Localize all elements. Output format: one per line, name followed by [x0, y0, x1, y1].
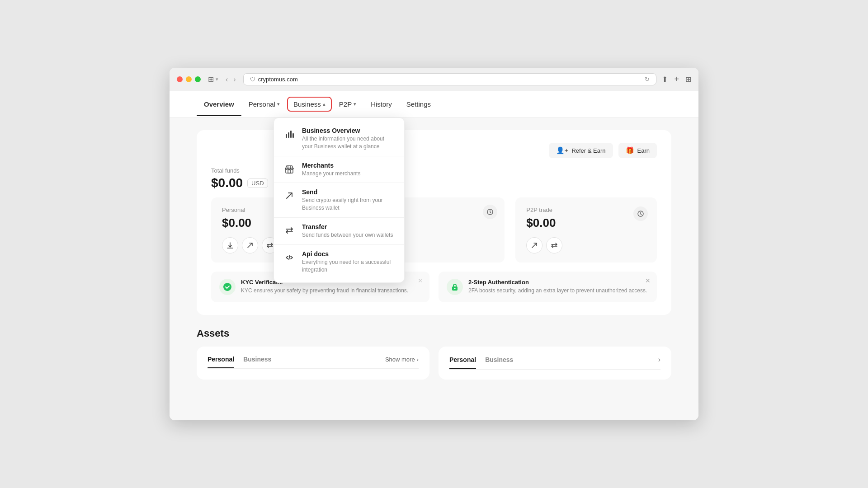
browser-chrome: ⊞ ▾ ‹ › 🛡 cryptomus.com ↻ ⬆ + ⊞	[170, 68, 698, 91]
assets-grid: Personal Business Show more ›	[197, 347, 671, 380]
assets-right-arrow-icon[interactable]: ›	[658, 356, 660, 364]
p2p-history-button[interactable]	[633, 206, 648, 221]
url-text: cryptomus.com	[258, 76, 298, 83]
p2p-wallet-label: P2P trade	[526, 206, 646, 213]
security-icon: 🛡	[250, 76, 255, 83]
transfer-desc: Send funds between your own wallets	[302, 231, 393, 239]
business-history-button[interactable]	[483, 205, 497, 219]
dropdown-item-send[interactable]: Send Send crypto easily right from your …	[274, 183, 404, 217]
page-content: Overview Personal ▾ Business ▴ P2P ▾ His…	[170, 91, 698, 420]
business-overview-title: Business Overview	[302, 127, 395, 134]
sidebar-toggle[interactable]: ⊞ ▾	[208, 75, 218, 84]
svg-point-10	[454, 288, 456, 289]
personal-chevron-icon: ▾	[277, 101, 280, 107]
twofa-desc: 2FA boosts security, adding an extra lay…	[468, 287, 647, 295]
dropdown-item-business-overview[interactable]: Business Overview All the information yo…	[274, 122, 404, 156]
twofa-icon	[447, 279, 463, 295]
assets-right-personal-tab[interactable]: Personal	[449, 356, 476, 363]
nav-item-p2p[interactable]: P2P ▾	[332, 92, 363, 116]
share-icon[interactable]: ⬆	[662, 75, 668, 84]
traffic-lights	[177, 76, 201, 82]
api-docs-desc: Everything you need for a successful int…	[302, 258, 395, 274]
merchants-text: Merchants Manage your merchants	[302, 162, 360, 178]
personal-receive-button[interactable]	[222, 237, 238, 253]
total-amount: $0.00	[211, 176, 243, 190]
svg-rect-2	[290, 131, 292, 138]
refer-earn-button[interactable]: 👤+ Refer & Earn	[549, 143, 613, 158]
currency-selector[interactable]: USD	[247, 178, 268, 188]
assets-right-tabs: Personal Business	[449, 356, 513, 363]
dropdown-item-api-docs[interactable]: Api docs Everything you need for a succe…	[274, 244, 404, 279]
browser-window: ⊞ ▾ ‹ › 🛡 cryptomus.com ↻ ⬆ + ⊞ Overview…	[170, 68, 698, 420]
api-docs-text: Api docs Everything you need for a succe…	[302, 250, 395, 274]
svg-rect-4	[286, 168, 293, 173]
assets-right-card: Personal Business ›	[439, 347, 671, 380]
close-button[interactable]	[177, 76, 183, 82]
refresh-icon[interactable]: ↻	[645, 76, 650, 83]
assets-left-tabs: Personal Business Show more ›	[208, 356, 419, 369]
p2p-wallet-card: P2P trade $0.00	[515, 197, 657, 263]
show-more-chevron-icon: ›	[417, 356, 419, 363]
earn-button[interactable]: 🎁 Earn	[618, 143, 657, 158]
kyc-desc: KYC ensures your safety by preventing fr…	[241, 287, 408, 295]
svg-rect-5	[288, 170, 291, 173]
twofa-notice-text: 2-Step Authentication 2FA boosts securit…	[468, 279, 647, 295]
top-card: 👤+ Refer & Earn 🎁 Earn Total funds $0.00…	[197, 130, 671, 315]
merchants-title: Merchants	[302, 162, 360, 169]
send-icon	[283, 189, 296, 202]
main-navigation: Overview Personal ▾ Business ▴ P2P ▾ His…	[170, 91, 698, 117]
minimize-button[interactable]	[186, 76, 192, 82]
merchants-icon	[283, 163, 296, 175]
assets-right-business-tab[interactable]: Business	[485, 356, 513, 363]
browser-actions: ⬆ + ⊞	[662, 75, 691, 84]
nav-item-settings[interactable]: Settings	[399, 92, 438, 116]
transfer-title: Transfer	[302, 223, 393, 230]
business-overview-desc: All the information you need about your …	[302, 135, 395, 150]
svg-point-8	[223, 283, 231, 291]
p2p-send-button[interactable]	[526, 237, 542, 253]
assets-section: Assets Personal Business Show mo	[197, 328, 671, 380]
nav-item-overview[interactable]: Overview	[197, 92, 241, 116]
business-chevron-icon: ▴	[323, 101, 326, 107]
kyc-icon	[219, 279, 236, 295]
p2p-wallet-actions	[526, 237, 646, 253]
twofa-title: 2-Step Authentication	[468, 279, 647, 286]
kyc-close-button[interactable]: ✕	[418, 277, 423, 284]
assets-business-tab[interactable]: Business	[243, 356, 271, 368]
p2p-wallet-amount: $0.00	[526, 216, 646, 230]
twofa-notice-card: 2-Step Authentication 2FA boosts securit…	[439, 272, 657, 302]
refer-earn-icon: 👤+	[556, 146, 569, 155]
send-title: Send	[302, 188, 395, 196]
back-button[interactable]: ‹	[224, 75, 230, 84]
tabs-icon[interactable]: ⊞	[685, 75, 691, 84]
transfer-icon	[283, 224, 296, 237]
business-dropdown: Business Overview All the information yo…	[274, 117, 405, 283]
assets-right-header: Personal Business ›	[449, 356, 660, 370]
url-bar[interactable]: 🛡 cryptomus.com ↻	[243, 73, 657, 85]
new-tab-icon[interactable]: +	[674, 75, 679, 84]
personal-send-button[interactable]	[242, 237, 258, 253]
svg-rect-0	[286, 134, 287, 138]
twofa-close-button[interactable]: ✕	[645, 277, 651, 284]
svg-rect-3	[292, 133, 294, 138]
dropdown-item-transfer[interactable]: Transfer Send funds between your own wal…	[274, 217, 404, 244]
nav-item-history[interactable]: History	[363, 92, 399, 116]
maximize-button[interactable]	[195, 76, 201, 82]
transfer-text: Transfer Send funds between your own wal…	[302, 223, 393, 239]
dropdown-item-merchants[interactable]: Merchants Manage your merchants	[274, 156, 404, 183]
earn-icon: 🎁	[626, 146, 634, 155]
p2p-chevron-icon: ▾	[354, 101, 356, 107]
send-text: Send Send crypto easily right from your …	[302, 188, 395, 212]
show-more-button[interactable]: Show more ›	[385, 356, 419, 368]
p2p-swap-button[interactable]	[546, 237, 562, 253]
nav-item-personal[interactable]: Personal ▾	[241, 92, 287, 116]
assets-personal-tab[interactable]: Personal	[208, 356, 234, 368]
nav-item-business[interactable]: Business ▴	[287, 97, 332, 112]
send-desc: Send crypto easily right from your Busin…	[302, 197, 395, 212]
nav-arrows: ‹ ›	[224, 75, 238, 84]
dashboard: 👤+ Refer & Earn 🎁 Earn Total funds $0.00…	[170, 117, 698, 392]
dropdown-menu: Business Overview All the information yo…	[274, 117, 405, 283]
api-docs-icon	[283, 251, 296, 264]
forward-button[interactable]: ›	[231, 75, 237, 84]
svg-rect-1	[288, 132, 289, 138]
